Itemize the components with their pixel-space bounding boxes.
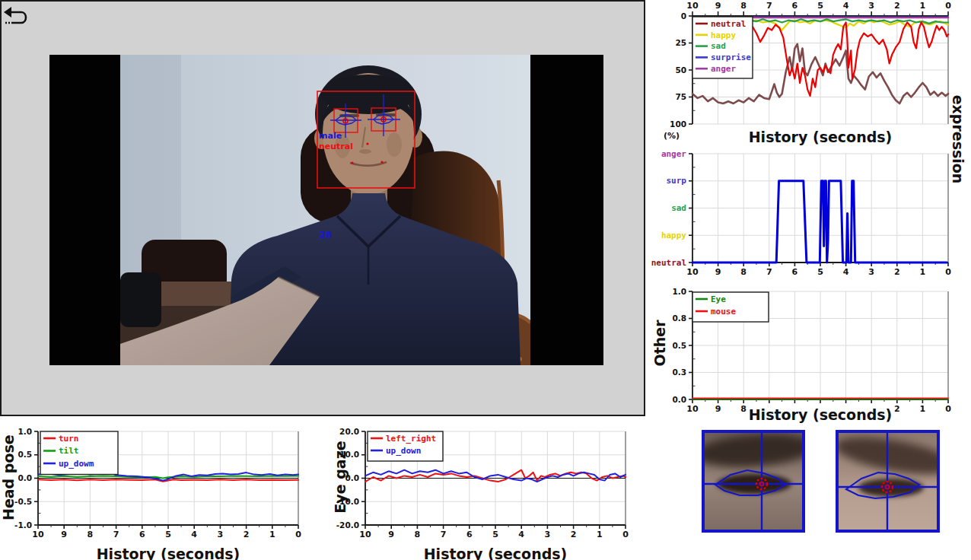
svg-text:10: 10 bbox=[686, 267, 699, 277]
svg-text:9: 9 bbox=[715, 267, 721, 277]
svg-text:0.0: 0.0 bbox=[672, 395, 686, 404]
svg-text:9: 9 bbox=[715, 404, 721, 414]
svg-text:0.8: 0.8 bbox=[672, 313, 686, 323]
svg-text:sad: sad bbox=[671, 203, 686, 213]
other-title: History (seconds) bbox=[729, 406, 912, 423]
svg-text:4: 4 bbox=[843, 267, 849, 277]
svg-text:-20.0: -20.0 bbox=[336, 520, 359, 530]
svg-text:8: 8 bbox=[88, 530, 94, 539]
svg-text:5: 5 bbox=[817, 267, 823, 277]
svg-text:1: 1 bbox=[920, 267, 926, 277]
svg-text:4: 4 bbox=[191, 530, 197, 539]
svg-text:7: 7 bbox=[766, 267, 772, 277]
svg-text:5: 5 bbox=[165, 530, 171, 539]
svg-text:0.0: 0.0 bbox=[18, 473, 32, 482]
svg-text:1.0: 1.0 bbox=[672, 287, 686, 296]
legend-item-label: turn bbox=[59, 434, 79, 444]
svg-text:6: 6 bbox=[139, 530, 145, 539]
svg-text:0: 0 bbox=[945, 1, 951, 11]
svg-text:4: 4 bbox=[843, 1, 849, 11]
svg-text:neutral: neutral bbox=[651, 258, 686, 268]
legend-item-label: mouse bbox=[711, 307, 736, 317]
svg-text:8: 8 bbox=[740, 1, 747, 11]
expression-axis-label: expression bbox=[950, 82, 966, 196]
facial-analysis-app: male neutral 28 1098765432100255075100ne… bbox=[0, 0, 971, 560]
head-pose-title: History (seconds) bbox=[77, 546, 259, 560]
svg-text:5: 5 bbox=[817, 1, 823, 11]
svg-text:0: 0 bbox=[945, 404, 951, 414]
chart-head-pose: 1098765432101.00.50.0-0.5-1.0turntiltup_… bbox=[14, 427, 301, 540]
svg-text:3: 3 bbox=[545, 530, 551, 539]
legend-item-label: happy bbox=[711, 30, 736, 40]
svg-text:-0.5: -0.5 bbox=[14, 497, 32, 506]
legend-item-label: anger bbox=[711, 64, 736, 74]
chart-eye-gaze: 10987654321020.010.00.0-10.0-20.0left_ri… bbox=[336, 427, 629, 540]
svg-text:0.5: 0.5 bbox=[672, 341, 686, 350]
svg-text:anger: anger bbox=[661, 149, 686, 159]
right-eye-view bbox=[836, 430, 940, 533]
svg-text:3: 3 bbox=[218, 530, 224, 539]
eye-gaze-title: History (seconds) bbox=[404, 546, 587, 560]
legend-item-label: left_right bbox=[386, 434, 436, 444]
series-current-expression bbox=[692, 181, 947, 262]
svg-text:1.0: 1.0 bbox=[18, 427, 32, 436]
svg-text:2: 2 bbox=[894, 1, 900, 11]
legend-item-label: sad bbox=[711, 41, 726, 51]
legend-item-label: neutral bbox=[711, 19, 746, 29]
svg-text:2: 2 bbox=[894, 267, 900, 277]
legend-item-label: surprise bbox=[711, 52, 751, 62]
percent-axis-label: (%) bbox=[664, 131, 680, 141]
svg-text:1: 1 bbox=[920, 404, 926, 414]
svg-text:-1.0: -1.0 bbox=[14, 520, 32, 530]
svg-text:0: 0 bbox=[945, 267, 951, 277]
head-pose-axis-label: Head pose bbox=[0, 437, 17, 520]
svg-text:75: 75 bbox=[675, 92, 686, 101]
svg-text:6: 6 bbox=[792, 1, 798, 11]
right-eye-tracking-overlay bbox=[839, 433, 937, 530]
svg-text:10: 10 bbox=[32, 530, 44, 539]
svg-text:25: 25 bbox=[675, 38, 686, 47]
svg-text:6: 6 bbox=[792, 267, 798, 277]
svg-text:20.0: 20.0 bbox=[339, 427, 359, 436]
svg-text:9: 9 bbox=[61, 530, 67, 539]
chart-other: 10982100.00.30.50.81.0Eyemouse bbox=[672, 287, 951, 415]
legend-item-label: up_dowm bbox=[59, 459, 94, 469]
svg-text:0: 0 bbox=[681, 11, 686, 21]
svg-text:0: 0 bbox=[295, 530, 301, 539]
svg-text:4: 4 bbox=[518, 530, 524, 539]
other-axis-label: Other bbox=[651, 313, 668, 374]
legend-item-label: up_down bbox=[386, 446, 421, 456]
svg-text:0: 0 bbox=[622, 530, 629, 539]
svg-text:9: 9 bbox=[715, 1, 721, 11]
svg-text:2: 2 bbox=[571, 530, 577, 539]
svg-text:8: 8 bbox=[415, 530, 421, 539]
svg-text:1: 1 bbox=[597, 530, 603, 539]
svg-text:3: 3 bbox=[868, 267, 874, 277]
svg-text:surp: surp bbox=[667, 176, 687, 186]
svg-text:6: 6 bbox=[466, 530, 473, 539]
svg-text:10: 10 bbox=[686, 1, 699, 11]
svg-text:0.3: 0.3 bbox=[672, 368, 686, 377]
svg-text:0.5: 0.5 bbox=[18, 450, 32, 459]
svg-text:7: 7 bbox=[766, 1, 772, 11]
svg-text:50: 50 bbox=[675, 65, 686, 75]
left-eye-view bbox=[702, 430, 805, 533]
left-eye-tracking-overlay bbox=[705, 433, 802, 530]
svg-text:2: 2 bbox=[244, 530, 250, 539]
svg-text:1: 1 bbox=[920, 1, 926, 11]
chart-expression-history-pct: 1098765432100255075100neutralhappysadsur… bbox=[670, 1, 951, 129]
svg-text:7: 7 bbox=[113, 530, 119, 539]
svg-text:3: 3 bbox=[868, 1, 874, 11]
series-unlabeled-red bbox=[749, 23, 948, 97]
svg-text:100: 100 bbox=[670, 119, 686, 129]
svg-text:5: 5 bbox=[492, 530, 498, 539]
svg-text:1: 1 bbox=[269, 530, 275, 539]
series-sad bbox=[750, 19, 948, 24]
svg-text:happy: happy bbox=[661, 231, 686, 240]
charts-canvas: 1098765432100255075100neutralhappysadsur… bbox=[0, 0, 971, 560]
legend-item-label: tilt bbox=[59, 446, 79, 456]
svg-text:9: 9 bbox=[388, 530, 394, 539]
svg-text:10: 10 bbox=[686, 404, 699, 414]
svg-text:8: 8 bbox=[740, 267, 747, 277]
legend-item-label: Eye bbox=[711, 294, 726, 304]
